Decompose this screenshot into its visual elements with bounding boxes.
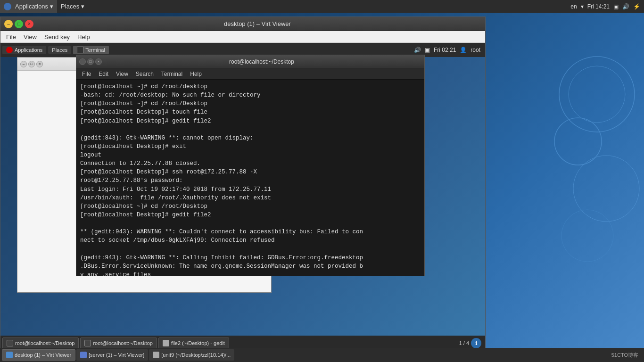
terminal-minimize-button[interactable]: – xyxy=(79,58,86,65)
server1-icon xyxy=(80,352,87,358)
svg-point-3 xyxy=(573,156,639,222)
vm-bottom-item-terminal1[interactable]: root@localhost:~/Desktop xyxy=(2,337,79,349)
outer-applications-label: Applications xyxy=(15,3,48,10)
vm-user-icon: 👤 xyxy=(460,47,467,53)
terminal-maximize-button[interactable]: □ xyxy=(87,58,94,65)
fedora-icon xyxy=(4,3,11,10)
vm-terminal-icon-btn[interactable]: Terminal xyxy=(73,46,109,54)
virt-viewer-view-menu[interactable]: View xyxy=(20,33,41,41)
vm-applications-menu[interactable]: Applications xyxy=(2,46,46,54)
vm-desktop: Applications Places Terminal 🔊 ▣ Fri 02:… xyxy=(0,43,485,351)
terminal-window-controls: – □ × xyxy=(79,58,102,65)
vm-bottom-terminal1-label: root@localhost:~/Desktop xyxy=(15,340,74,346)
outer-taskitem-desktop1-label: desktop (1) – Virt Viewer xyxy=(15,352,71,358)
virt-viewer-sendkey-menu[interactable]: Send key xyxy=(41,33,74,41)
svg-point-4 xyxy=(561,210,613,262)
vm-places-label: Places xyxy=(52,47,67,53)
maximize-button[interactable]: □ xyxy=(15,20,23,28)
vm-pager: 1 / 4 ℹ xyxy=(459,338,483,348)
outer-places-label: Places xyxy=(61,3,79,10)
outer-applications-menu[interactable]: Applications ▾ xyxy=(0,0,57,13)
terminal-titlebar: – □ × root@localhost:~/Desktop xyxy=(76,55,424,68)
outer-apps-chevron-icon: ▾ xyxy=(50,3,53,10)
svg-point-1 xyxy=(569,66,625,123)
virt-viewer-title: desktop (1) – Virt Viewer xyxy=(33,20,481,27)
outer-taskbar-item-server1[interactable]: [server (1) – Virt Viewer] xyxy=(76,349,148,361)
vm-applications-label: Applications xyxy=(15,47,42,53)
terminal-terminal-menu[interactable]: Terminal xyxy=(157,70,186,78)
vm-terminal2-icon xyxy=(84,340,91,346)
outer-battery-icon: ⚡ xyxy=(633,3,640,10)
terminal-search-menu[interactable]: Search xyxy=(132,70,157,78)
outer-lang-indicator[interactable]: en xyxy=(570,3,577,10)
watermark: 51CTO博客 xyxy=(611,352,642,359)
close-button[interactable]: × xyxy=(25,20,33,28)
terminal-window: – □ × root@localhost:~/Desktop File Edit… xyxy=(76,55,425,276)
outer-taskitem-server1-label: [server (1) – Virt Viewer] xyxy=(89,352,144,358)
vm-taskbar-right: 🔊 ▣ Fri 02:21 👤 root xyxy=(414,47,483,53)
minimize-button[interactable]: – xyxy=(4,20,13,28)
outer-taskbar-item-unit9[interactable]: [unit9 (~/Desktop/zzl(10.14)/... xyxy=(149,349,234,361)
vm-volume-icon: 🔊 xyxy=(414,47,421,53)
terminal-body[interactable]: [root@localhost ~]# cd /root/desktop -ba… xyxy=(76,80,424,276)
outer-clock: Fri 14:21 xyxy=(587,3,610,10)
vm-fedora-icon xyxy=(6,47,13,53)
vm-bottom-gedit-label: file2 (~/Desktop) - gedit xyxy=(171,340,225,346)
outer-taskitem-unit9-label: [unit9 (~/Desktop/zzl(10.14)/... xyxy=(161,352,231,358)
vm-screen-icon: ▣ xyxy=(425,47,430,53)
svg-point-0 xyxy=(559,57,635,132)
outer-places-menu[interactable]: Places ▾ xyxy=(57,0,88,13)
gedit-window-controls: – □ × xyxy=(20,61,43,67)
virt-viewer-help-menu[interactable]: Help xyxy=(74,33,94,41)
vm-terminal-label: Terminal xyxy=(85,47,105,53)
vm-bottom-item-gedit[interactable]: file2 (~/Desktop) - gedit xyxy=(158,337,229,349)
vm-terminal-icon xyxy=(77,47,83,53)
terminal-close-button[interactable]: × xyxy=(95,58,102,65)
outer-lang-chevron-icon: ▾ xyxy=(581,3,584,10)
vm-bottom-item-terminal2[interactable]: root@localhost:~/Desktop xyxy=(80,337,157,349)
gedit-maximize-button[interactable]: □ xyxy=(28,61,35,67)
virt-viewer-file-menu[interactable]: File xyxy=(2,33,20,41)
virt-viewer-window-controls: – □ × xyxy=(4,20,33,28)
vm-terminal1-icon xyxy=(7,340,13,346)
virt-viewer-titlebar: – □ × desktop (1) – Virt Viewer xyxy=(0,17,485,31)
outer-display-icon: ▣ xyxy=(613,3,619,10)
terminal-help-menu[interactable]: Help xyxy=(186,70,206,78)
vm-places-menu[interactable]: Places xyxy=(48,46,71,54)
outer-taskbar: Applications ▾ Places ▾ en ▾ Fri 14:21 ▣… xyxy=(0,0,644,13)
vm-user-label: root xyxy=(471,47,480,53)
terminal-menubar: File Edit View Search Terminal Help xyxy=(76,68,424,80)
terminal-view-menu[interactable]: View xyxy=(112,70,132,78)
desktop1-icon xyxy=(6,352,13,358)
terminal-edit-menu[interactable]: Edit xyxy=(95,70,112,78)
outer-taskbar-item-desktop1[interactable]: desktop (1) – Virt Viewer xyxy=(2,349,75,361)
gedit-close-button[interactable]: × xyxy=(36,61,43,67)
unit9-icon xyxy=(153,352,159,358)
terminal-title: root@localhost:~/Desktop xyxy=(102,58,421,65)
vm-clock: Fri 02:21 xyxy=(434,47,456,53)
terminal-file-menu[interactable]: File xyxy=(78,70,95,78)
vm-gedit-icon xyxy=(163,340,169,346)
vm-bottom-terminal2-label: root@localhost:~/Desktop xyxy=(93,340,152,346)
outer-volume-icon: 🔊 xyxy=(622,3,629,10)
virt-viewer-window: – □ × desktop (1) – Virt Viewer File Vie… xyxy=(0,16,486,362)
outer-places-chevron-icon: ▾ xyxy=(81,3,84,10)
vm-pager-info-button[interactable]: ℹ xyxy=(471,338,481,348)
outer-bottom-taskbar: desktop (1) – Virt Viewer [server (1) – … xyxy=(0,348,644,362)
virt-viewer-menubar: File View Send key Help xyxy=(0,31,485,43)
vm-pager-text: 1 / 4 xyxy=(459,340,469,346)
gedit-minimize-button[interactable]: – xyxy=(20,61,27,67)
